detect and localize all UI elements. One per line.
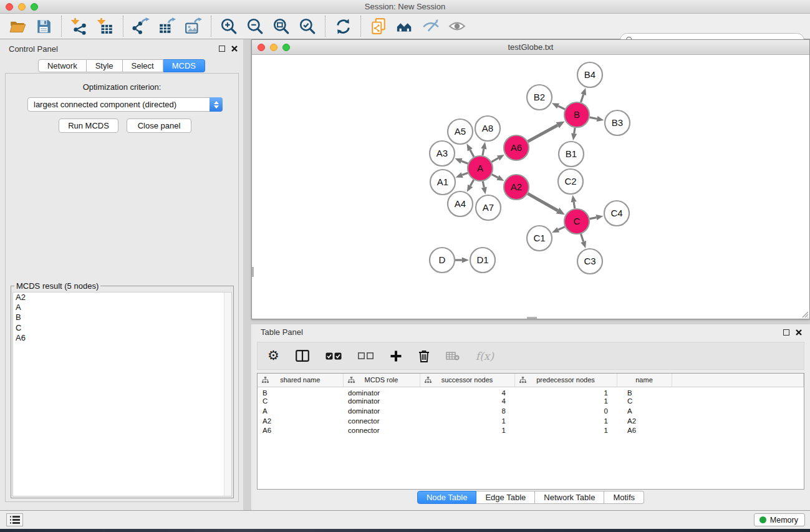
export-table-icon[interactable] (158, 17, 176, 35)
table-cell[interactable]: B (617, 387, 672, 397)
graph-edge-A-A7[interactable] (483, 181, 484, 188)
minimize-window-icon[interactable] (18, 3, 26, 11)
table-cell[interactable]: A6 (258, 425, 343, 435)
table-cell[interactable]: 4 (420, 387, 514, 397)
export-network-icon[interactable] (132, 17, 150, 35)
mcds-result-item[interactable]: A6 (13, 333, 231, 343)
graph-edge-A6-B[interactable] (528, 125, 557, 142)
graph-edge-B-B3[interactable] (590, 117, 597, 118)
create-column-plus-icon[interactable] (390, 350, 402, 362)
table-cell[interactable]: 4 (420, 397, 514, 407)
mcds-result-item[interactable]: A (13, 302, 231, 312)
network-window-controls[interactable] (258, 44, 290, 51)
table-cell[interactable]: 0 (514, 406, 617, 416)
table-cell[interactable]: dominator (343, 406, 420, 416)
tab-node-table[interactable]: Node Table (417, 491, 477, 504)
resize-grip-icon[interactable] (801, 310, 809, 318)
table-cell[interactable]: connector (343, 416, 420, 426)
tab-motifs[interactable]: Motifs (604, 491, 644, 504)
import-network-icon[interactable] (70, 17, 88, 35)
graph-edge-A-A6[interactable] (491, 158, 498, 162)
zoom-window-icon[interactable] (31, 3, 38, 11)
close-window-icon[interactable] (258, 44, 265, 51)
graph-edge-A2-C[interactable] (528, 193, 557, 210)
network-window-titlebar[interactable]: testGlobe.txt (252, 40, 809, 55)
graph-edge-A-A1[interactable] (462, 173, 468, 175)
graph-edge-A-A8[interactable] (483, 149, 484, 156)
hide-selected-icon[interactable] (422, 17, 440, 35)
unselect-all-columns-icon[interactable] (358, 352, 374, 359)
memory-button[interactable]: Memory (754, 513, 805, 526)
delete-column-trash-icon[interactable] (418, 350, 430, 362)
table-cell[interactable]: 1 (420, 416, 514, 426)
zoom-selected-icon[interactable] (299, 17, 316, 35)
table-cell[interactable]: dominator (343, 397, 420, 407)
mcds-result-item[interactable]: B (13, 312, 231, 322)
table-cell[interactable]: A6 (617, 425, 672, 435)
graph-edge-B-B4[interactable] (581, 95, 584, 103)
tab-style[interactable]: Style (87, 59, 123, 72)
table-cell[interactable]: 1 (514, 416, 617, 426)
graph-edge-A-A5[interactable] (470, 150, 474, 157)
close-window-icon[interactable] (6, 3, 13, 11)
function-builder-icon[interactable]: f(x) (476, 350, 494, 362)
graph-edge-A-A3[interactable] (461, 161, 468, 163)
table-cell[interactable]: 1 (420, 425, 514, 435)
column-header[interactable]: name (617, 374, 672, 387)
table-settings-gear-icon[interactable]: ⚙ (268, 349, 279, 362)
table-row[interactable]: A6connector11A6 (258, 425, 804, 435)
graph-edge-C-C3[interactable] (581, 234, 584, 242)
table-row[interactable]: Bdominator41B (258, 387, 804, 397)
table-cell[interactable]: 1 (514, 397, 617, 407)
graph-edge-A-A2[interactable] (492, 175, 498, 178)
task-history-button[interactable] (6, 513, 23, 526)
table-cell[interactable]: C (617, 397, 672, 407)
zoom-in-icon[interactable] (220, 17, 238, 35)
window-controls[interactable] (6, 3, 38, 11)
delete-table-icon[interactable] (446, 352, 460, 360)
table-cell[interactable]: 8 (420, 406, 514, 416)
table-cell[interactable]: dominator (343, 387, 420, 397)
table-cell[interactable]: 1 (514, 387, 617, 397)
tab-network-table[interactable]: Network Table (535, 491, 604, 504)
table-cell[interactable]: A2 (617, 416, 672, 426)
column-header[interactable]: MCDS role (343, 374, 420, 387)
first-neighbors-icon[interactable] (396, 17, 413, 35)
table-cell[interactable]: A (258, 406, 343, 416)
node-table[interactable]: shared nameMCDS rolesuccessor nodesprede… (257, 373, 804, 490)
table-cell[interactable]: A2 (258, 416, 343, 426)
table-cell[interactable]: A (617, 406, 672, 416)
table-cell[interactable]: B (258, 387, 343, 397)
table-row[interactable]: Adominator80A (258, 406, 804, 416)
refresh-icon[interactable] (334, 17, 352, 35)
zoom-out-icon[interactable] (246, 17, 264, 35)
table-cell[interactable]: C (258, 397, 343, 407)
tab-mcds[interactable]: MCDS (163, 59, 205, 72)
mcds-result-item[interactable]: C (13, 323, 231, 333)
column-header[interactable]: predecessor nodes (514, 374, 617, 387)
minimize-window-icon[interactable] (270, 44, 277, 51)
tab-select[interactable]: Select (123, 59, 163, 72)
network-canvas[interactable]: AA1A2A3A4A5A6A7A8BB1B2B3B4CC1C2C3C4DD1 (252, 55, 809, 319)
mcds-result-list[interactable]: A2ABCA6 (12, 292, 232, 496)
tab-network[interactable]: Network (38, 59, 87, 72)
column-header[interactable]: successor nodes (420, 374, 514, 387)
clone-network-icon[interactable] (370, 17, 387, 35)
close-panel-icon[interactable] (231, 45, 238, 52)
tab-edge-table[interactable]: Edge Table (476, 491, 535, 504)
graph-edge-B-B2[interactable] (558, 106, 565, 109)
select-all-columns-icon[interactable] (325, 352, 342, 360)
column-header[interactable]: shared name (258, 374, 343, 387)
export-image-icon[interactable] (185, 17, 202, 35)
import-table-icon[interactable] (97, 17, 114, 35)
close-panel-button[interactable]: Close panel (127, 118, 191, 133)
graph-edge-C-C1[interactable] (558, 227, 565, 230)
close-panel-icon[interactable] (795, 329, 803, 336)
scrollbar-track[interactable] (224, 293, 231, 496)
table-cell[interactable]: 1 (514, 425, 617, 435)
graph-edge-C-C4[interactable] (590, 218, 597, 219)
open-session-icon[interactable] (9, 17, 26, 35)
float-panel-icon[interactable] (219, 46, 225, 52)
zoom-fit-icon[interactable] (272, 17, 290, 35)
criterion-select[interactable]: largest connected component (directed) (27, 97, 223, 112)
